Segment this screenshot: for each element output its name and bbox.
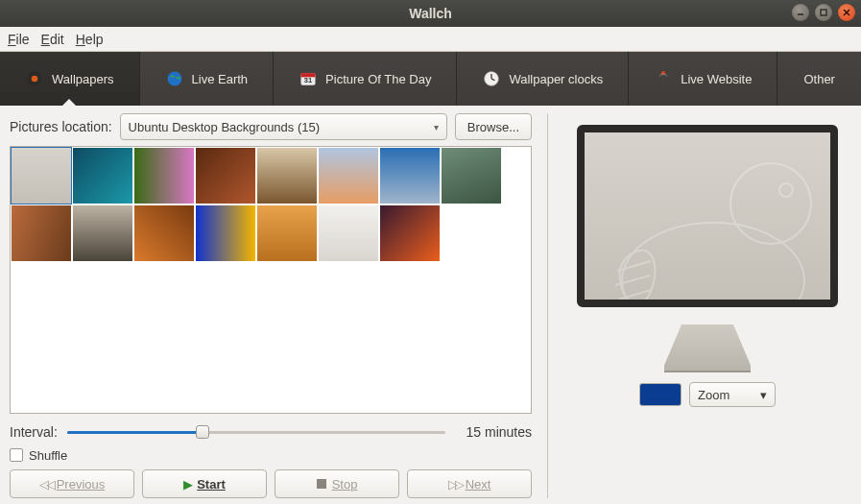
wallpaper-thumbnail[interactable] [195, 147, 256, 204]
pictures-location-label: Pictures location: [10, 119, 112, 134]
next-button[interactable]: ▷▷ Next [407, 469, 532, 498]
thumbnail-image [196, 205, 255, 261]
menu-help[interactable]: Help [76, 32, 104, 47]
tab-label: Live Website [681, 72, 752, 86]
wallpaper-thumbnail[interactable] [133, 204, 195, 262]
slider-handle[interactable] [196, 425, 209, 439]
wallpaper-thumbnail[interactable] [318, 204, 379, 262]
wallpaper-thumbnail[interactable] [72, 147, 133, 204]
interval-label: Interval: [10, 424, 58, 440]
thumbnail-image [12, 148, 71, 204]
playback-controls: ◁◁ Previous ▶ Start Stop ▷▷ Next [10, 469, 532, 498]
tab-label: Wallpaper clocks [509, 72, 603, 86]
tab-label: Wallpapers [52, 72, 114, 86]
tab-label: Other [803, 72, 835, 86]
window-maximize-button[interactable] [815, 4, 832, 21]
window-close-button[interactable] [838, 4, 855, 21]
svg-text:31: 31 [304, 76, 312, 84]
wallpaper-thumbnail[interactable] [256, 147, 318, 204]
wallpaper-thumbnail[interactable] [379, 147, 441, 204]
preview-screen [577, 125, 838, 307]
stop-icon [317, 479, 326, 489]
menu-edit[interactable]: Edit [41, 32, 64, 47]
thumbnail-image [257, 205, 317, 261]
tab-live-website[interactable]: Live Website [629, 52, 777, 106]
thumbnail-image [442, 148, 501, 204]
wallpaper-thumbnail[interactable] [11, 147, 72, 204]
wallpaper-thumbnail[interactable] [379, 204, 441, 262]
tab-label: Live Earth [192, 72, 249, 86]
style-mode-selected: Zoom [698, 388, 729, 402]
shuffle-label: Shuffle [29, 448, 67, 463]
tab-picture-of-the-day[interactable]: 31 Picture Of The Day [274, 52, 457, 106]
preview-monitor: Beaver_Wallpaper_Grey_4096x2304.png [577, 125, 838, 372]
interval-value: 15 minutes [455, 424, 532, 440]
main-tabs: Wallpapers Live Earth 31 Picture Of The … [0, 52, 861, 106]
svg-point-17 [779, 183, 793, 197]
stop-button-label: Stop [332, 477, 358, 492]
thumbnail-image [12, 205, 71, 261]
window-minimize-button[interactable] [792, 4, 809, 21]
svg-point-5 [32, 76, 38, 83]
clock-icon [482, 69, 501, 88]
monitor-stand [664, 324, 751, 372]
style-mode-combo[interactable]: Zoom ▾ [689, 382, 776, 407]
browse-button-label: Browse... [467, 120, 519, 134]
thumbnail-image [380, 148, 440, 204]
previous-icon: ◁◁ [39, 477, 53, 492]
vertical-separator [547, 113, 548, 498]
menubar: File Edit Help [0, 27, 861, 52]
thumbnail-image [380, 205, 440, 261]
thumbnail-image [319, 205, 378, 261]
tab-wallpapers[interactable]: Wallpapers [0, 52, 140, 106]
thumbnail-image [196, 148, 255, 204]
thumbnail-image [319, 148, 378, 204]
left-pane: Pictures location: Ubuntu Desktop Backgr… [10, 113, 532, 498]
play-icon: ▶ [183, 477, 193, 492]
thumbnail-image [73, 148, 132, 204]
shuffle-checkbox[interactable] [10, 448, 23, 462]
menu-file[interactable]: File [8, 32, 30, 47]
wallpaper-thumbnail[interactable] [318, 147, 379, 204]
tab-other[interactable]: Other [777, 52, 861, 106]
svg-point-6 [167, 72, 181, 86]
titlebar: Wallch [0, 0, 861, 27]
start-button[interactable]: ▶ Start [142, 469, 267, 498]
calendar-icon: 31 [299, 69, 318, 88]
pictures-location-combo[interactable]: Ubuntu Desktop Backgrounds (15) ▾ [120, 113, 447, 140]
chevron-down-icon: ▾ [760, 388, 767, 402]
tab-label: Picture Of The Day [325, 72, 431, 86]
wallpaper-thumbnail-grid[interactable] [10, 146, 532, 414]
slider-fill [67, 431, 203, 434]
next-button-label: Next [466, 477, 491, 492]
wallpapers-icon [25, 69, 44, 88]
svg-rect-1 [821, 10, 826, 15]
wallpaper-thumbnail[interactable] [133, 147, 195, 204]
tab-wallpaper-clocks[interactable]: Wallpaper clocks [457, 52, 629, 106]
thumbnail-image [134, 205, 194, 261]
previous-button[interactable]: ◁◁ Previous [10, 469, 134, 498]
chevron-down-icon: ▾ [434, 122, 439, 132]
interval-slider[interactable] [67, 423, 445, 441]
beaver-illustration [608, 136, 838, 307]
previous-button-label: Previous [57, 477, 106, 492]
preview-style-row: Zoom ▾ [639, 382, 776, 407]
wallpaper-thumbnail[interactable] [72, 204, 133, 262]
tab-live-earth[interactable]: Live Earth [140, 52, 275, 106]
wallpaper-thumbnail[interactable] [441, 147, 502, 204]
browse-button[interactable]: Browse... [455, 113, 532, 140]
thumbnail-image [257, 148, 317, 204]
wallpaper-thumbnail[interactable] [11, 204, 72, 262]
wallpaper-thumbnail[interactable] [256, 204, 318, 262]
antenna-icon [654, 69, 673, 88]
stop-button[interactable]: Stop [275, 469, 399, 498]
thumbnail-image [134, 148, 194, 204]
background-color-swatch[interactable] [639, 383, 682, 406]
start-button-label: Start [197, 477, 226, 492]
next-icon: ▷▷ [448, 477, 462, 492]
wallpaper-thumbnail[interactable] [195, 204, 256, 262]
window-title: Wallch [0, 6, 861, 21]
interval-row: Interval: 15 minutes [10, 420, 532, 444]
pictures-location-row: Pictures location: Ubuntu Desktop Backgr… [10, 113, 532, 140]
window-controls [792, 4, 855, 21]
